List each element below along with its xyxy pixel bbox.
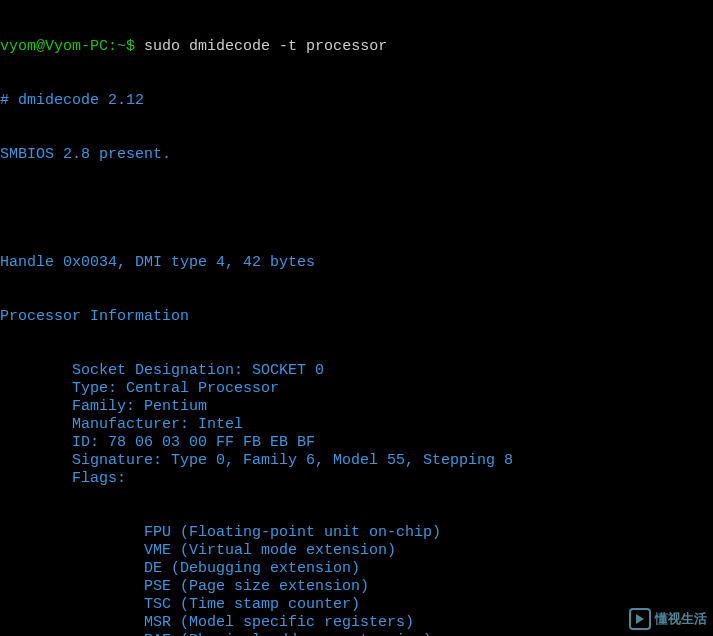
prompt-path: ~ xyxy=(117,38,126,55)
processor-flag: VME (Virtual mode extension) xyxy=(0,542,713,560)
processor-flag: PSE (Page size extension) xyxy=(0,578,713,596)
terminal-output: vyom@Vyom-PC:~$ sudo dmidecode -t proces… xyxy=(0,0,713,636)
prompt-separator: : xyxy=(108,38,117,55)
watermark: 懂视生活 xyxy=(629,608,707,630)
prompt-user-host: vyom@Vyom-PC xyxy=(0,38,108,55)
smbios-line: SMBIOS 2.8 present. xyxy=(0,146,713,164)
processor-field: Family: Pentium xyxy=(0,398,713,416)
processor-field: Manufacturer: Intel xyxy=(0,416,713,434)
watermark-text: 懂视生活 xyxy=(655,610,707,628)
blank-line xyxy=(0,200,713,218)
processor-flag: TSC (Time stamp counter) xyxy=(0,596,713,614)
prompt-symbol: $ xyxy=(126,38,135,55)
section-title: Processor Information xyxy=(0,308,713,326)
processor-field: Socket Designation: SOCKET 0 xyxy=(0,362,713,380)
processor-field: ID: 78 06 03 00 FF FB EB BF xyxy=(0,434,713,452)
processor-flag: MSR (Model specific registers) xyxy=(0,614,713,632)
processor-flag: DE (Debugging extension) xyxy=(0,560,713,578)
processor-field: Flags: xyxy=(0,470,713,488)
handle-line: Handle 0x0034, DMI type 4, 42 bytes xyxy=(0,254,713,272)
command-text: sudo dmidecode -t processor xyxy=(144,38,387,55)
dmidecode-version: # dmidecode 2.12 xyxy=(0,92,713,110)
processor-flag: PAE (Physical address extension) xyxy=(0,632,713,636)
prompt-line: vyom@Vyom-PC:~$ sudo dmidecode -t proces… xyxy=(0,38,713,56)
processor-flag: FPU (Floating-point unit on-chip) xyxy=(0,524,713,542)
processor-field: Type: Central Processor xyxy=(0,380,713,398)
watermark-play-icon xyxy=(629,608,651,630)
processor-field: Signature: Type 0, Family 6, Model 55, S… xyxy=(0,452,713,470)
